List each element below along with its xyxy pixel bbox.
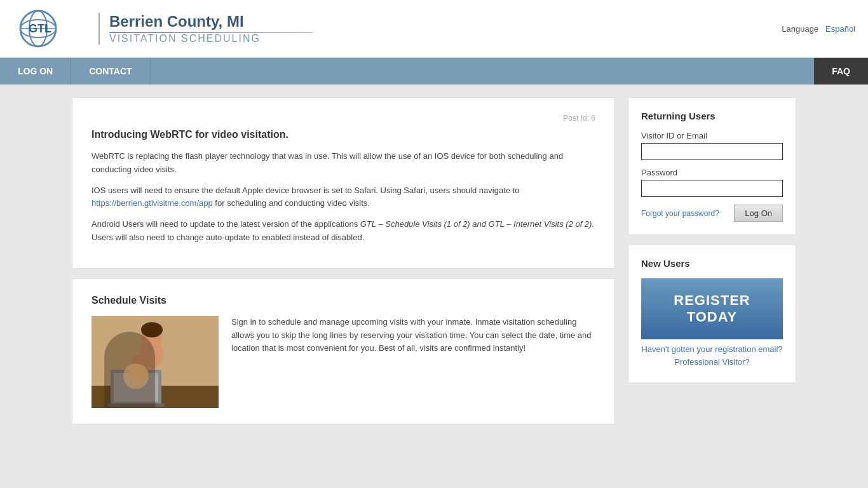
- svg-rect-8: [114, 373, 158, 402]
- main-layout: Post Id: 6 Introducing WebRTC for video …: [59, 85, 809, 437]
- post-title: Introducing WebRTC for video visitation.: [92, 129, 595, 140]
- returning-users-card: Returning Users Visitor ID or Email Pass…: [628, 97, 796, 235]
- schedule-visits-card: Schedule Visits: [72, 278, 615, 424]
- visitor-id-label: Visitor ID or Email: [641, 131, 783, 140]
- password-group: Password: [641, 168, 783, 197]
- password-label: Password: [641, 168, 783, 177]
- schedule-image: [92, 316, 219, 408]
- svg-point-13: [130, 363, 148, 383]
- login-row: Forgot your password? Log On: [641, 205, 783, 222]
- new-users-title: New Users: [641, 258, 783, 269]
- berrien-link[interactable]: https://berrien.gtlvisitme.com/app: [92, 198, 213, 208]
- nav-logon[interactable]: LOG ON: [0, 58, 71, 85]
- svg-point-12: [141, 322, 163, 337]
- language-area: Language Español: [782, 24, 855, 34]
- post-id: Post Id: 6: [92, 114, 595, 123]
- site-subtitle: VISITATION SCHEDULING: [109, 33, 313, 44]
- post-para-2: IOS users will need to ensure the defaul…: [92, 184, 595, 211]
- header: GTL Berrien County, MI VISITATION SCHEDU…: [0, 0, 868, 58]
- county-name: Berrien County, MI: [109, 13, 313, 30]
- new-users-card: New Users REGISTER TODAY Haven't gotten …: [628, 245, 796, 383]
- sidebar: Returning Users Visitor ID or Email Pass…: [628, 97, 796, 424]
- visitor-id-input[interactable]: [641, 143, 783, 160]
- webrtc-post-card: Post Id: 6 Introducing WebRTC for video …: [72, 97, 615, 269]
- gtl-logo: GTL: [13, 10, 89, 48]
- language-link[interactable]: Español: [825, 24, 855, 34]
- visitor-id-group: Visitor ID or Email: [641, 131, 783, 160]
- svg-rect-7: [111, 370, 161, 405]
- svg-text:GTL: GTL: [29, 22, 51, 35]
- post-para-3: Android Users will need to update to the…: [92, 218, 595, 245]
- registration-email-link[interactable]: Haven't gotten your registration email?: [641, 344, 783, 354]
- returning-users-title: Returning Users: [641, 111, 783, 121]
- register-today-button[interactable]: REGISTER TODAY: [641, 278, 783, 339]
- svg-rect-9: [107, 403, 165, 407]
- language-label: Language: [782, 24, 818, 34]
- schedule-title: Schedule Visits: [92, 295, 595, 306]
- password-input[interactable]: [641, 180, 783, 197]
- schedule-description: Sign in to schedule and manage upcoming …: [231, 316, 595, 355]
- new-users-links: Haven't gotten your registration email? …: [641, 344, 783, 367]
- post-para-1: WebRTC is replacing the flash player tec…: [92, 150, 595, 177]
- logon-button[interactable]: Log On: [734, 205, 783, 222]
- site-title: Berrien County, MI VISITATION SCHEDULING: [98, 13, 313, 44]
- svg-point-14: [132, 355, 146, 370]
- nav-contact[interactable]: CONTACT: [71, 58, 150, 85]
- forgot-password-link[interactable]: Forgot your password?: [641, 209, 719, 218]
- nav-faq[interactable]: FAQ: [814, 58, 868, 85]
- professional-visitor-link[interactable]: Professional Visitor?: [641, 357, 783, 367]
- logo-area: GTL Berrien County, MI VISITATION SCHEDU…: [13, 10, 313, 48]
- schedule-content: Sign in to schedule and manage upcoming …: [92, 316, 595, 408]
- content-area: Post Id: 6 Introducing WebRTC for video …: [72, 97, 615, 424]
- navbar: LOG ON CONTACT FAQ: [0, 58, 868, 85]
